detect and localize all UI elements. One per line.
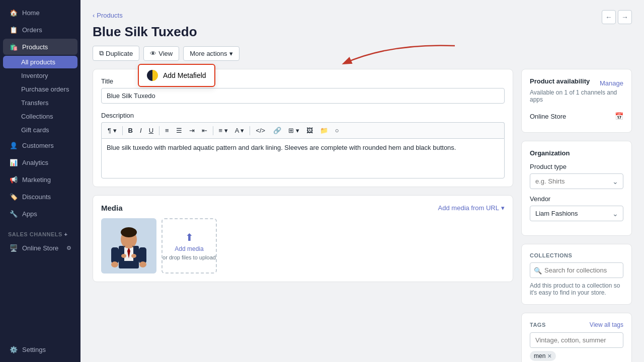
sidebar-sub-gift-cards[interactable]: Gift cards [3, 124, 77, 136]
view-all-tags-link[interactable]: View all tags [590, 321, 623, 328]
sidebar-item-discounts[interactable]: 🏷️ Discounts [3, 189, 77, 205]
bold-btn[interactable]: B [125, 125, 136, 136]
sales-channels-title: SALES CHANNELS + [0, 226, 80, 239]
settings-icon: ⚙️ [9, 345, 18, 354]
sidebar-item-home[interactable]: 🏠 Home [3, 5, 77, 21]
vendor-select[interactable]: Liam Fashions [530, 206, 623, 221]
divider-3 [213, 126, 213, 135]
main-column: Title Description ¶ ▾ B I U ≡ [93, 69, 513, 362]
sidebar-item-apps[interactable]: 🔧 Apps [3, 206, 77, 222]
format-paragraph-btn[interactable]: ¶ ▾ [105, 125, 120, 136]
breadcrumb[interactable]: ‹ Products [93, 12, 123, 19]
description-section: Description ¶ ▾ B I U ≡ ☰ ⇥ ⇤ [101, 112, 505, 178]
store-row: Online Store 📅 [530, 108, 623, 124]
description-toolbar: ¶ ▾ B I U ≡ ☰ ⇥ ⇤ ≡ ▾ A ▾ [101, 122, 505, 138]
customers-icon: 👤 [9, 141, 18, 150]
analytics-icon: 📊 [9, 158, 18, 167]
sidebar-sub-collections[interactable]: Collections [3, 110, 77, 123]
toolbar: ⧉ Duplicate 👁 View More actions ▾ Add Me… [93, 46, 632, 61]
online-store-settings-icon[interactable]: ⚙ [66, 245, 71, 251]
table-btn[interactable]: ⊞ ▾ [285, 125, 302, 136]
calendar-icon[interactable]: 📅 [615, 112, 623, 120]
description-editor[interactable]: Blue silk tuxedo with marbled aquatic pa… [101, 138, 505, 178]
vendor-wrapper: Liam Fashions [530, 206, 623, 221]
manage-link[interactable]: Manage [600, 79, 623, 87]
bullet-list-btn[interactable]: ≡ [162, 125, 172, 136]
duplicate-button[interactable]: ⧉ Duplicate [93, 46, 139, 61]
product-type-input[interactable] [530, 173, 623, 189]
underline-btn[interactable]: U [146, 125, 156, 136]
products-icon: 🛍️ [9, 42, 18, 51]
two-column-layout: Title Description ¶ ▾ B I U ≡ [93, 69, 632, 362]
next-arrow[interactable]: → [618, 10, 632, 24]
description-label: Description [101, 112, 505, 119]
sidebar-sub-transfers[interactable]: Transfers [3, 97, 77, 109]
collections-title: COLLECTIONS [530, 252, 623, 258]
online-store-label: Online Store [530, 113, 566, 120]
orders-icon: 📋 [9, 25, 18, 34]
divider-2 [159, 126, 159, 135]
online-store-icon: 🖥️ [9, 243, 18, 252]
link-btn[interactable]: 🔗 [270, 125, 284, 136]
page-title: Blue Silk Tuxedo [93, 24, 632, 40]
breadcrumb-label: Products [97, 12, 122, 19]
view-button[interactable]: 👁 View [143, 46, 179, 61]
sidebar-item-orders[interactable]: 📋 Orders [3, 22, 77, 38]
title-input[interactable] [101, 88, 505, 104]
collections-search-input[interactable] [530, 262, 623, 278]
italic-btn[interactable]: I [137, 125, 145, 136]
more-actions-button[interactable]: More actions ▾ [183, 46, 239, 61]
sidebar: 🏠 Home 📋 Orders 🛍️ Products All products… [0, 0, 80, 362]
align-btn[interactable]: ≡ ▾ [216, 125, 231, 136]
media-header: Media Add media from URL ▾ [101, 204, 505, 212]
text-color-btn[interactable]: A ▾ [232, 125, 248, 136]
file-btn[interactable]: 📁 [317, 125, 331, 136]
product-type-wrapper [530, 173, 623, 189]
upload-icon: ⬆ [185, 231, 194, 243]
sidebar-item-analytics[interactable]: 📊 Analytics [3, 154, 77, 170]
tags-chips: men × [530, 348, 623, 361]
svg-point-13 [121, 254, 126, 258]
numbered-list-btn[interactable]: ☰ [173, 125, 185, 136]
product-type-label: Product type [530, 163, 623, 170]
outdent-btn[interactable]: ⇤ [199, 125, 210, 136]
code-btn[interactable]: </> [253, 125, 268, 136]
marketing-icon: 📢 [9, 175, 18, 184]
sidebar-item-settings[interactable]: ⚙️ Settings [3, 341, 77, 357]
sidebar-item-products[interactable]: 🛍️ Products [3, 39, 77, 55]
image-btn[interactable]: 🖼 [303, 125, 316, 136]
home-icon: 🏠 [9, 8, 18, 17]
remove-tag-men[interactable]: × [547, 352, 551, 360]
svg-point-12 [139, 261, 146, 267]
add-media-drop-zone[interactable]: ⬆ Add media or drop files to upload [162, 218, 217, 274]
sidebar-item-marketing[interactable]: 📢 Marketing [3, 171, 77, 188]
side-column: Product availability Manage Available on… [521, 69, 632, 362]
organization-title: Organization [530, 149, 623, 157]
svg-rect-10 [139, 247, 146, 263]
svg-point-14 [131, 254, 136, 258]
apps-icon: 🔧 [9, 209, 18, 218]
page-header-row: ‹ Products ← → [93, 10, 632, 24]
sidebar-item-online-store[interactable]: 🖥️ Online Store ⚙ [3, 240, 77, 256]
add-metafield-label: Add Metafield [163, 71, 206, 79]
sidebar-sub-purchase-orders[interactable]: Purchase orders [3, 83, 77, 96]
sidebar-sub-inventory[interactable]: Inventory [3, 69, 77, 82]
main-content: ‹ Products ← → Blue Silk Tuxedo ⧉ Duplic… [80, 0, 644, 362]
add-sales-channel-button[interactable]: + [64, 231, 67, 237]
svg-point-6 [121, 227, 137, 237]
sidebar-sub-all-products[interactable]: All products [3, 56, 77, 68]
organization-card: Organization Product type Vendor Liam Fa… [521, 141, 632, 236]
divider-4 [250, 126, 250, 135]
embed-btn[interactable]: ○ [332, 125, 342, 136]
sidebar-item-customers[interactable]: 👤 Customers [3, 137, 77, 153]
view-icon: 👁 [150, 50, 156, 57]
add-metafield-dropdown: Add Metafield [138, 64, 215, 87]
indent-btn[interactable]: ⇥ [186, 125, 198, 136]
nav-arrows: ← → [602, 10, 632, 24]
breadcrumb-chevron: ‹ [93, 12, 95, 19]
add-media-url-button[interactable]: Add media from URL ▾ [438, 204, 505, 212]
prev-arrow[interactable]: ← [602, 10, 616, 24]
metafield-icon [147, 70, 158, 81]
drop-subtitle: or drop files to upload [163, 254, 216, 260]
tags-input[interactable] [530, 332, 623, 348]
